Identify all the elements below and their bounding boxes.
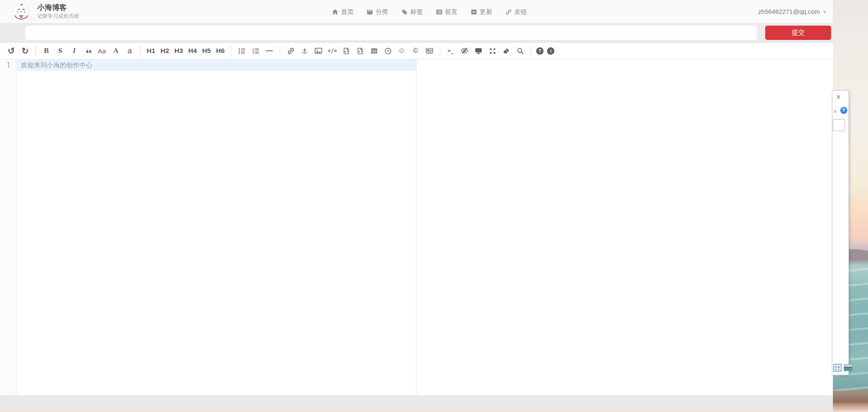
editor-toolbar: ↺↻BSIAaAaH1H2H3H4H5H6123—⚓</>☺©>_?i [0, 42, 833, 59]
line-number: 1 [0, 59, 16, 71]
image-icon[interactable] [313, 45, 324, 57]
strikethrough-icon[interactable]: S [55, 45, 66, 57]
html-entities-icon[interactable]: © [410, 45, 421, 57]
preview-icon[interactable] [473, 45, 484, 57]
uppercase-icon[interactable]: A [111, 45, 121, 57]
h5-icon[interactable]: H5 [201, 45, 212, 57]
link-icon[interactable] [285, 45, 296, 57]
code-area: 欢迎来到小海的创作中心 [17, 59, 416, 71]
toolbar-divider [231, 45, 231, 56]
brand-text: 小海博客 记录学习成长历程 [37, 3, 79, 20]
category-icon [367, 9, 373, 15]
italic-icon[interactable]: I [69, 45, 79, 57]
code-block-icon[interactable] [355, 45, 365, 57]
h1-icon[interactable]: H1 [146, 45, 156, 57]
undo-icon[interactable]: ↺ [6, 45, 16, 57]
extension-overlay-panel: × ∨ ? [832, 90, 849, 375]
nav-label: 分类 [376, 8, 388, 16]
overlay-input[interactable] [833, 119, 845, 131]
svg-text:3: 3 [252, 52, 254, 54]
goto-line-icon[interactable]: >_ [445, 45, 456, 57]
anchor-icon[interactable]: ⚓ [299, 45, 310, 57]
nav-label: 友链 [514, 8, 527, 16]
close-icon[interactable]: × [836, 92, 841, 101]
nav-item-category[interactable]: 分类 [367, 8, 388, 16]
nav-label: 首页 [341, 8, 354, 16]
bold-icon[interactable]: B [41, 45, 52, 57]
toolbar-divider [531, 45, 531, 56]
h3-icon[interactable]: H3 [174, 45, 184, 57]
user-menu[interactable]: zh56462271@qq.com ∨ [758, 0, 826, 23]
friend-link-icon [505, 9, 512, 15]
help-icon[interactable]: ? [840, 107, 847, 114]
preformatted-text-icon[interactable] [341, 45, 351, 57]
editor-wrap: 1 欢迎来到小海的创作中心 [0, 59, 833, 396]
redo-icon[interactable]: ↻ [20, 45, 30, 57]
watch-icon[interactable] [459, 45, 470, 57]
site-title: 小海博客 [37, 3, 79, 12]
site-brand[interactable]: 小海博客 记录学习成长历程 [13, 3, 79, 20]
quote-icon[interactable] [83, 45, 93, 57]
datetime-icon[interactable] [383, 45, 393, 57]
page-footer [0, 396, 833, 411]
hr-icon[interactable]: — [264, 45, 275, 57]
toolbar-divider [140, 45, 141, 56]
site-subtitle: 记录学习成长历程 [37, 13, 79, 20]
line-number-gutter: 1 [0, 59, 16, 396]
site-header: 小海博客 记录学习成长历程 首页分类标签留言更新友链 zh56462271@qq… [0, 0, 833, 23]
fullscreen-icon[interactable] [487, 45, 498, 57]
main-content: 小海博客 记录学习成长历程 首页分类标签留言更新友链 zh56462271@qq… [0, 0, 833, 411]
chevron-down-icon: ∨ [823, 9, 826, 15]
markdown-preview [416, 59, 833, 396]
title-bar: 提交 [0, 23, 833, 42]
search-icon[interactable] [515, 45, 525, 57]
h6-icon[interactable]: H6 [215, 45, 226, 57]
pagebreak-icon[interactable] [424, 45, 435, 57]
ucwords-icon[interactable]: Aa [97, 45, 107, 57]
lowercase-icon[interactable]: a [124, 45, 135, 57]
toolbar-divider [440, 45, 440, 56]
h4-icon[interactable]: H4 [187, 45, 198, 57]
submit-button[interactable]: 提交 [765, 26, 831, 40]
chevron-down-icon[interactable]: ∨ [833, 108, 837, 114]
list-ul-icon[interactable] [236, 45, 247, 57]
nav-item-tag[interactable]: 标签 [401, 8, 423, 16]
list-view-icon[interactable] [833, 364, 842, 372]
page: 小海博客 记录学习成长历程 首页分类标签留言更新友链 zh56462271@qq… [0, 0, 868, 412]
toolbar-divider [280, 45, 280, 56]
active-line: 欢迎来到小海的创作中心 [17, 59, 416, 71]
user-email: zh56462271@qq.com [758, 8, 820, 15]
message-icon [436, 9, 442, 15]
update-icon [471, 9, 477, 15]
clear-icon[interactable] [501, 45, 511, 57]
code-icon[interactable]: </> [327, 45, 337, 57]
help-icon[interactable]: ? [536, 47, 544, 55]
post-title-input[interactable] [25, 26, 757, 40]
tag-icon [401, 9, 408, 15]
nav-item-friend-link[interactable]: 友链 [505, 8, 527, 16]
image-view-icon[interactable] [844, 364, 852, 371]
nav-label: 留言 [445, 8, 458, 16]
emoji-icon[interactable]: ☺ [396, 45, 407, 57]
list-ol-icon[interactable]: 123 [250, 45, 261, 57]
editor-text: 欢迎来到小海的创作中心 [17, 61, 92, 69]
site-logo-avatar [13, 3, 29, 20]
main-nav: 首页分类标签留言更新友链 [332, 0, 540, 23]
nav-item-update[interactable]: 更新 [471, 8, 492, 16]
markdown-editor[interactable]: 1 欢迎来到小海的创作中心 [0, 59, 416, 396]
nav-item-home[interactable]: 首页 [332, 8, 354, 16]
home-icon [332, 9, 338, 15]
toolbar-divider [36, 45, 36, 56]
info-icon[interactable]: i [547, 47, 554, 55]
overlay-bottom-icons [833, 364, 852, 372]
table-icon[interactable] [369, 45, 379, 57]
nav-item-message[interactable]: 留言 [436, 8, 458, 16]
nav-label: 更新 [480, 8, 492, 16]
nav-label: 标签 [410, 8, 423, 16]
h2-icon[interactable]: H2 [160, 45, 170, 57]
